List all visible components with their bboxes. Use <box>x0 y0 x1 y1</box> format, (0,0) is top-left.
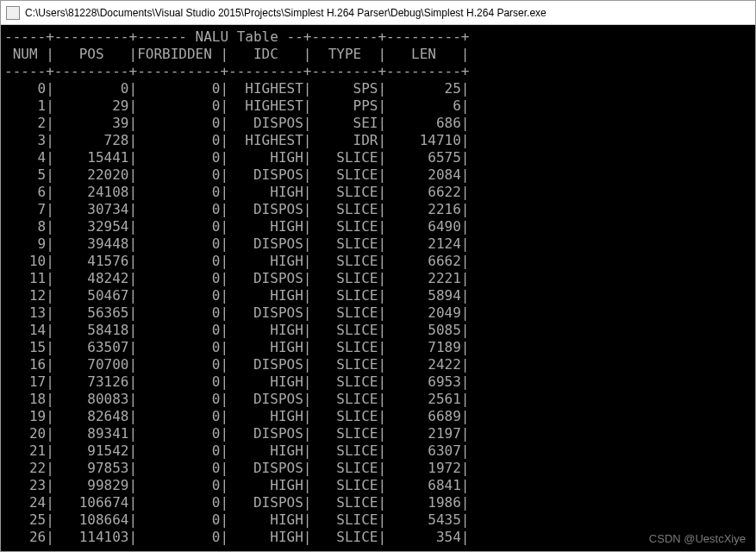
window-title: C:\Users\81228\Documents\Visual Studio 2… <box>25 7 547 19</box>
watermark-text: CSDN @UestcXiye <box>649 532 746 545</box>
console-output[interactable]: -----+---------+------ NALU Table --+---… <box>1 25 755 551</box>
app-icon <box>6 6 20 20</box>
titlebar[interactable]: C:\Users\81228\Documents\Visual Studio 2… <box>1 1 755 25</box>
console-window: C:\Users\81228\Documents\Visual Studio 2… <box>0 0 756 552</box>
